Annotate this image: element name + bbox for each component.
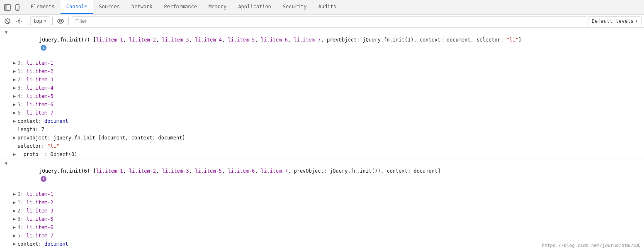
console-group-2: jQuery.fn.init(6) [li.item-1, li.item-2,… xyxy=(0,159,644,249)
tab-application[interactable]: Application xyxy=(232,0,277,14)
log-levels-dropdown[interactable]: Default levels ▾ xyxy=(588,16,642,26)
row6-toggle[interactable] xyxy=(12,109,17,117)
group2-toggle[interactable] xyxy=(3,160,9,167)
tab-bar: Elements Console Sources Network Perform… xyxy=(0,0,644,15)
group1-header[interactable]: jQuery.fn.init(7) [li.item-1, li.item-2,… xyxy=(0,28,644,59)
mobile-icon[interactable] xyxy=(13,3,22,12)
group1-proto[interactable]: __proto__: Object(0) xyxy=(0,150,644,159)
group1-context[interactable]: context: document xyxy=(0,117,644,125)
row3-toggle[interactable] xyxy=(12,84,17,92)
group2-row-2[interactable]: 2: li.item-3 xyxy=(0,207,644,215)
group2-row-5[interactable]: 5: li.item-7 xyxy=(0,232,644,240)
context-selector[interactable]: top ▾ xyxy=(30,16,49,26)
g2-context-toggle[interactable] xyxy=(12,240,17,248)
console-settings-button[interactable] xyxy=(14,16,24,26)
tab-audits[interactable]: Audits xyxy=(313,0,342,14)
g2-row1-toggle[interactable] xyxy=(12,199,17,206)
group2-header[interactable]: jQuery.fn.init(6) [li.item-1, li.item-2,… xyxy=(0,159,644,190)
clear-console-button[interactable] xyxy=(2,16,12,26)
tab-security[interactable]: Security xyxy=(277,0,313,14)
row2-toggle[interactable] xyxy=(12,76,17,83)
console-group-1: jQuery.fn.init(7) [li.item-1, li.item-2,… xyxy=(0,28,644,159)
svg-point-3 xyxy=(17,9,18,10)
group2-badge: i xyxy=(41,176,46,182)
group1-badge: i xyxy=(41,45,46,51)
group1-row-2[interactable]: 2: li.item-3 xyxy=(0,76,644,84)
group2-row-3[interactable]: 3: li.item-5 xyxy=(0,215,644,223)
group1-prevobject[interactable]: prevObject: jQuery.fn.init [document, co… xyxy=(0,134,644,142)
g2-row4-toggle[interactable] xyxy=(12,224,17,231)
eye-button[interactable] xyxy=(56,16,66,26)
toolbar-divider xyxy=(27,17,27,25)
group1-row-0[interactable]: 0: li.item-1 xyxy=(0,59,644,67)
group1-row-1[interactable]: 1: li.item-2 xyxy=(0,67,644,76)
group1-row-4[interactable]: 4: li.item-5 xyxy=(0,92,644,100)
group1-row-5[interactable]: 5: li.item-6 xyxy=(0,100,644,109)
prevobj-toggle[interactable] xyxy=(12,134,17,142)
tab-sources[interactable]: Sources xyxy=(93,0,126,14)
svg-point-6 xyxy=(18,20,20,22)
filter-input[interactable] xyxy=(72,16,586,26)
group1-selector: selector: "li" xyxy=(0,142,644,150)
devtools-icons xyxy=(0,0,25,15)
row4-toggle[interactable] xyxy=(12,93,17,100)
tab-network[interactable]: Network xyxy=(126,0,158,14)
row1-toggle[interactable] xyxy=(12,68,17,75)
g2-row0-toggle[interactable] xyxy=(12,190,17,198)
proto1-toggle[interactable] xyxy=(12,151,17,158)
tab-console[interactable]: Console xyxy=(61,0,93,14)
group2-row-4[interactable]: 4: li.item-6 xyxy=(0,223,644,232)
g2-row2-toggle[interactable] xyxy=(12,207,17,215)
console-toolbar: top ▾ Default levels ▾ xyxy=(0,15,644,28)
row5-toggle[interactable] xyxy=(12,101,17,108)
toolbar-divider-3 xyxy=(68,17,69,25)
group1-row-6[interactable]: 6: li.item-7 xyxy=(0,109,644,117)
tab-memory[interactable]: Memory xyxy=(203,0,232,14)
dock-icon[interactable] xyxy=(3,3,12,12)
context-toggle[interactable] xyxy=(12,117,17,125)
svg-point-12 xyxy=(59,20,61,22)
group2-row-1[interactable]: 1: li.item-2 xyxy=(0,198,644,207)
tab-performance[interactable]: Performance xyxy=(158,0,203,14)
group1-row-3[interactable]: 3: li.item-4 xyxy=(0,84,644,92)
group1-length: length: 7 xyxy=(0,125,644,134)
group1-toggle[interactable] xyxy=(3,29,9,36)
row0-toggle[interactable] xyxy=(12,59,17,67)
svg-rect-1 xyxy=(5,5,7,10)
tab-elements[interactable]: Elements xyxy=(25,0,61,14)
svg-point-11 xyxy=(58,19,63,23)
group2-row-0[interactable]: 0: li.item-1 xyxy=(0,190,644,198)
console-content: jQuery.fn.init(7) [li.item-1, li.item-2,… xyxy=(0,28,644,249)
g2-row5-toggle[interactable] xyxy=(12,232,17,239)
status-url: https://blog.csdn.net/jduruo/html%B0 xyxy=(542,243,641,248)
svg-line-5 xyxy=(6,20,9,23)
toolbar-divider-2 xyxy=(52,17,53,25)
g2-row3-toggle[interactable] xyxy=(12,215,17,223)
